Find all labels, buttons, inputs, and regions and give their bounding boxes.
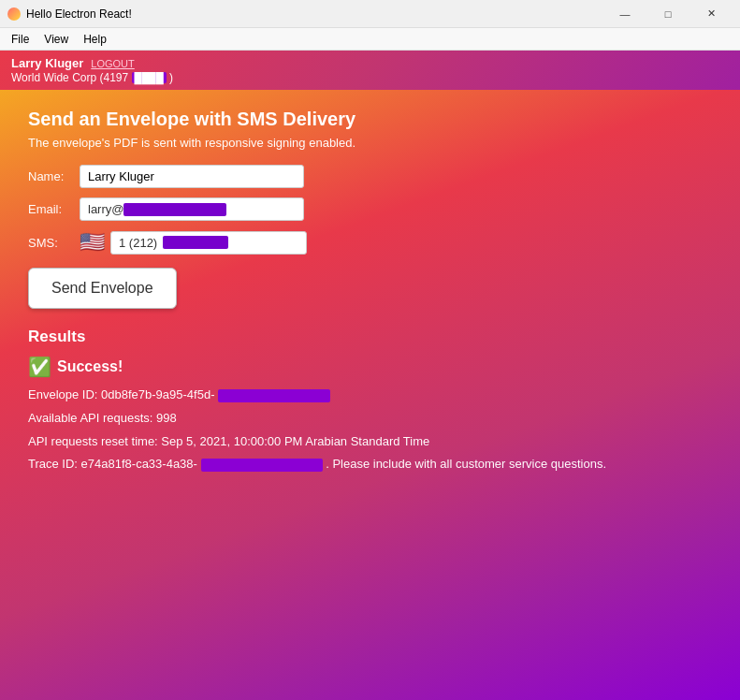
sms-row: SMS: 🇺🇸 1 (212) <box>28 230 712 255</box>
trace-id-redacted <box>201 459 323 472</box>
sms-label: SMS: <box>28 236 80 250</box>
success-icon: ✅ <box>28 356 51 378</box>
app-title: Hello Electron React! <box>26 7 132 21</box>
email-row: Email: larry@ <box>28 197 712 221</box>
send-envelope-button[interactable]: Send Envelope <box>28 268 177 309</box>
menu-help[interactable]: Help <box>76 31 114 48</box>
title-bar-controls: — □ ✕ <box>603 0 733 28</box>
menu-view[interactable]: View <box>36 31 76 48</box>
logout-button[interactable]: LOGOUT <box>91 58 134 69</box>
org-name: World Wide Corp (4197 <box>11 71 128 84</box>
page-description: The envelope's PDF is sent with responsi… <box>28 136 712 150</box>
maximize-button[interactable]: □ <box>646 0 689 28</box>
sms-input-container: 1 (212) <box>110 231 307 255</box>
email-label: Email: <box>28 202 80 216</box>
org-paren: ) <box>169 71 173 84</box>
sms-redacted <box>163 236 228 249</box>
reset-time-line: API requests reset time: Sep 5, 2021, 10… <box>28 432 712 452</box>
envelope-id-prefix: Envelope ID: 0db8fe7b-9a95-4f5d- <box>28 387 214 401</box>
api-requests-line: Available API requests: 998 <box>28 409 712 429</box>
user-org-row: World Wide Corp (4197 ████ ) <box>11 70 173 84</box>
user-info-row1: Larry Kluger LOGOUT <box>11 56 173 70</box>
name-label: Name: <box>28 169 80 183</box>
username-label: Larry Kluger <box>11 56 83 70</box>
email-prefix: larry@ <box>88 202 123 216</box>
country-code: 1 (212) <box>119 236 157 250</box>
title-bar-left: Hello Electron React! <box>7 7 132 21</box>
trace-id-prefix: Trace ID: e74a81f8-ca33-4a38- <box>28 457 197 471</box>
name-input[interactable] <box>80 165 304 188</box>
main-content: Send an Envelope with SMS Delivery The e… <box>0 90 740 700</box>
email-redacted <box>123 203 226 216</box>
trace-id-line: Trace ID: e74a81f8-ca33-4a38- . Please i… <box>28 455 712 474</box>
email-input-container: larry@ <box>80 197 304 221</box>
envelope-id-line: Envelope ID: 0db8fe7b-9a95-4f5d- <box>28 386 712 405</box>
close-button[interactable]: ✕ <box>689 0 733 28</box>
page-title: Send an Envelope with SMS Delivery <box>28 109 712 130</box>
org-label: World Wide Corp (4197 ████ ) <box>11 71 173 84</box>
minimize-button[interactable]: — <box>603 0 646 28</box>
success-text: Success! <box>57 358 123 375</box>
envelope-id-redacted <box>218 389 330 402</box>
user-bar: Larry Kluger LOGOUT World Wide Corp (419… <box>0 51 740 90</box>
app-icon <box>7 7 21 21</box>
name-row: Name: <box>28 165 712 188</box>
org-id-redacted: ████ <box>132 72 167 83</box>
menu-bar: File View Help <box>0 28 740 51</box>
results-title: Results <box>28 328 712 346</box>
flag-icon[interactable]: 🇺🇸 <box>80 230 105 255</box>
success-row: ✅ Success! <box>28 356 712 378</box>
title-bar: Hello Electron React! — □ ✕ <box>0 0 740 28</box>
user-info: Larry Kluger LOGOUT World Wide Corp (419… <box>11 56 173 84</box>
trace-id-suffix: . Please include with all customer servi… <box>326 457 606 471</box>
menu-file[interactable]: File <box>4 31 36 48</box>
